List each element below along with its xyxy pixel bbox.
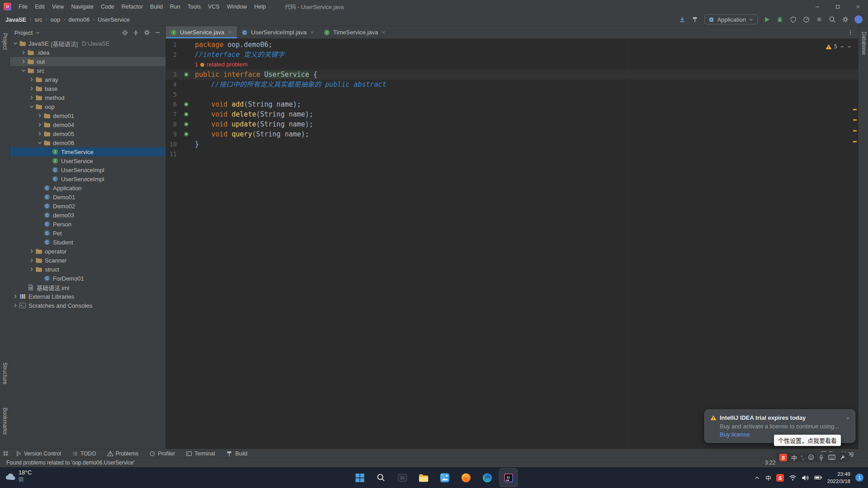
code-editor[interactable]: 5 1package oop.demo06;2//interface 定义的关键… bbox=[166, 39, 858, 449]
toolwindow-terminal[interactable]: Terminal bbox=[186, 450, 215, 457]
code-line[interactable]: 8 void update(String name); bbox=[166, 119, 858, 129]
taskbar-app-firefox[interactable] bbox=[457, 469, 475, 487]
build-project-icon[interactable] bbox=[691, 15, 699, 23]
chevron-down-icon[interactable] bbox=[35, 30, 40, 35]
run-configuration-select[interactable]: Application bbox=[704, 14, 758, 24]
breadcrumb-userservice[interactable]: UserService bbox=[98, 16, 130, 23]
sogou-s-icon[interactable]: S bbox=[776, 474, 784, 482]
run-button[interactable] bbox=[763, 15, 771, 23]
tool-stripe-structure[interactable]: Structure bbox=[2, 362, 8, 385]
tree-item-struct[interactable]: struct bbox=[10, 265, 165, 274]
chevron-closed-icon[interactable] bbox=[28, 76, 35, 83]
profiler-button[interactable] bbox=[802, 15, 810, 23]
tree-item-method[interactable]: method bbox=[10, 93, 165, 102]
tree-item-fordemo01[interactable]: CForDemo01 bbox=[10, 274, 165, 283]
menu-file[interactable]: File bbox=[15, 0, 31, 13]
code-line[interactable]: 2//interface 定义的关键字 bbox=[166, 50, 858, 60]
code-line[interactable]: 5 bbox=[166, 89, 858, 99]
tree-item-demo06[interactable]: demo06 bbox=[10, 138, 165, 147]
menu-run[interactable]: Run bbox=[166, 0, 184, 13]
sogou-tooltip[interactable]: 个性设置，点我要看看 bbox=[774, 435, 841, 446]
tree-item-base[interactable]: base bbox=[10, 84, 165, 93]
code-line[interactable]: 10} bbox=[166, 139, 858, 149]
punctuation-mode-label[interactable]: ', bbox=[801, 454, 804, 461]
tool-stripe-project[interactable]: Project bbox=[2, 33, 8, 50]
smiley-icon[interactable] bbox=[808, 454, 814, 460]
chevron-open-icon[interactable] bbox=[20, 67, 27, 74]
inspections-widget[interactable]: 5 bbox=[824, 41, 854, 52]
tab-timeservice-java[interactable]: ITimeService.java bbox=[319, 26, 391, 38]
taskbar-app-start[interactable] bbox=[351, 469, 369, 487]
taskbar-clock[interactable]: 23:49 2022/3/18 bbox=[827, 470, 850, 485]
tree-item-pet[interactable]: CPet bbox=[10, 229, 165, 238]
user-avatar[interactable] bbox=[854, 15, 863, 23]
ime-indicator[interactable]: 中 bbox=[765, 474, 771, 482]
code-line[interactable]: 6 void add(String name); bbox=[166, 99, 858, 109]
update-project-icon[interactable] bbox=[678, 15, 686, 23]
tree-item-array[interactable]: array bbox=[10, 75, 165, 84]
tool-window-switcher-icon[interactable] bbox=[3, 450, 9, 456]
chevron-closed-icon[interactable] bbox=[36, 113, 43, 119]
ime-mode-label[interactable]: 中 bbox=[791, 453, 797, 462]
chevron-closed-icon[interactable] bbox=[20, 58, 27, 65]
taskbar-app-edge[interactable] bbox=[478, 469, 496, 487]
tree-item-student[interactable]: CStudent bbox=[10, 238, 165, 247]
toolwindow-profiler[interactable]: Profiler bbox=[149, 450, 175, 457]
tree-item-person[interactable]: CPerson bbox=[10, 220, 165, 229]
locate-icon[interactable] bbox=[122, 29, 128, 36]
tree-item-userserviceimpl[interactable]: CUserServiceImpl bbox=[10, 165, 165, 174]
taskbar-app-search[interactable] bbox=[372, 469, 390, 487]
debug-button[interactable] bbox=[776, 15, 784, 23]
menu-view[interactable]: View bbox=[48, 0, 68, 13]
next-problem-icon[interactable] bbox=[847, 44, 852, 49]
code-line[interactable]: 4 //接口中的所有定义其实都是抽象的 public abstract bbox=[166, 80, 858, 89]
chevron-up-icon[interactable] bbox=[754, 474, 760, 481]
tree-item-scanner[interactable]: Scanner bbox=[10, 256, 165, 265]
breadcrumb-src[interactable]: src bbox=[34, 16, 42, 23]
warning-stripe-mark[interactable] bbox=[853, 130, 857, 131]
menu-tools[interactable]: Tools bbox=[184, 0, 204, 13]
tree-item-demo01[interactable]: demo01 bbox=[10, 111, 165, 120]
menu-code[interactable]: Code bbox=[97, 0, 118, 13]
chevron-closed-icon[interactable] bbox=[12, 293, 19, 300]
maximize-button[interactable] bbox=[827, 0, 848, 13]
warning-stripe-mark[interactable] bbox=[853, 119, 857, 121]
chevron-open-icon[interactable] bbox=[28, 103, 35, 110]
tree-item-scratches-and-consoles[interactable]: Scratches and Consoles bbox=[10, 301, 165, 310]
chevron-closed-icon[interactable] bbox=[28, 266, 35, 272]
tree-item-application[interactable]: CApplication bbox=[10, 183, 165, 192]
tree-item-javase[interactable]: JavaSE[基础语法]D:\JavaSE bbox=[10, 39, 165, 48]
chevron-closed-icon[interactable] bbox=[28, 94, 35, 101]
menu-help[interactable]: Help bbox=[250, 0, 269, 13]
menu-edit[interactable]: Edit bbox=[31, 0, 48, 13]
breadcrumb-javase[interactable]: JavaSE bbox=[5, 16, 26, 23]
settings-gear-icon[interactable] bbox=[841, 15, 849, 23]
weather-widget[interactable]: 18°C 阴 bbox=[5, 469, 32, 483]
mic-icon[interactable] bbox=[818, 454, 824, 461]
search-everywhere-icon[interactable] bbox=[828, 15, 836, 23]
warning-stripe-mark[interactable] bbox=[853, 109, 857, 110]
chevron-open-icon[interactable] bbox=[36, 140, 43, 146]
sogou-s-icon[interactable]: S bbox=[779, 454, 787, 461]
tree-item-userservice[interactable]: IUserService bbox=[10, 156, 165, 165]
stop-button[interactable] bbox=[815, 15, 823, 23]
tool-stripe-bookmarks[interactable]: Bookmarks bbox=[2, 408, 8, 435]
breadcrumb-oop[interactable]: oop bbox=[51, 16, 61, 23]
chevron-closed-icon[interactable] bbox=[36, 131, 43, 137]
chevron-closed-icon[interactable] bbox=[28, 257, 35, 263]
implemented-gutter-icon[interactable] bbox=[181, 112, 191, 117]
tree-item-idea[interactable]: .idea bbox=[10, 48, 165, 57]
wrench-icon[interactable] bbox=[840, 455, 845, 460]
keyboard-icon[interactable] bbox=[828, 455, 835, 460]
chevron-closed-icon[interactable] bbox=[20, 49, 27, 56]
implemented-gutter-icon[interactable] bbox=[181, 72, 191, 77]
collapse-notification-icon[interactable] bbox=[845, 416, 850, 421]
tab-userserviceimpl-java[interactable]: CUserServiceImpl.java bbox=[237, 26, 319, 38]
notification-badge[interactable]: 1 bbox=[855, 474, 863, 482]
chevron-closed-icon[interactable] bbox=[28, 248, 35, 254]
toolwindow-todo[interactable]: TODO bbox=[72, 450, 96, 457]
code-line[interactable]: 9 void query(String name); bbox=[166, 129, 858, 139]
tree-item-timeservice[interactable]: ITimeService bbox=[10, 147, 165, 156]
collapse-all-icon[interactable] bbox=[132, 29, 139, 36]
toolwindow-build[interactable]: Build bbox=[226, 450, 248, 457]
